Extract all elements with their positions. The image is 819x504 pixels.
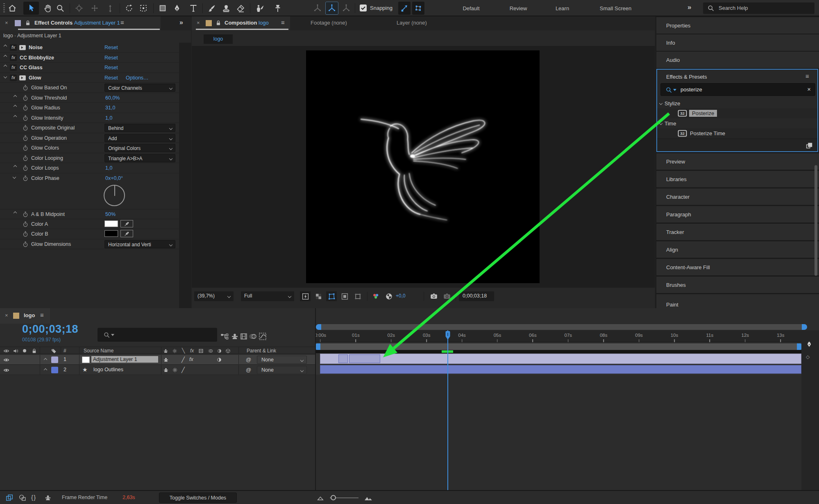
panel-brushes[interactable]: Brushes <box>656 277 819 293</box>
panel-paint[interactable]: Paint <box>656 294 819 308</box>
collapse-icon[interactable] <box>659 122 662 125</box>
work-area-end[interactable] <box>797 343 801 350</box>
timeline-search-box[interactable] <box>98 328 217 342</box>
new-panel-icon[interactable] <box>805 141 813 150</box>
stopwatch-icon[interactable] <box>23 241 28 247</box>
layer-bar-adjustment[interactable] <box>320 354 801 364</box>
show-snapshot-icon[interactable] <box>442 291 452 301</box>
stopwatch-icon[interactable] <box>23 231 28 237</box>
eraser-tool[interactable] <box>234 2 247 15</box>
zoom-slider-knob[interactable] <box>331 495 336 500</box>
snap-edges-button[interactable] <box>398 2 411 15</box>
transparency-grid-icon[interactable] <box>313 291 324 301</box>
panel-menu-icon[interactable]: ≡ <box>40 311 44 318</box>
stopwatch-icon[interactable] <box>23 165 28 171</box>
sketch-switch[interactable]: ╱ <box>181 356 185 363</box>
magnification-dropdown[interactable]: (39,7%) <box>194 291 234 301</box>
mask-visibility-icon[interactable] <box>326 291 337 301</box>
snapshot-icon[interactable] <box>429 291 439 301</box>
effects-presets-title[interactable]: Effects & Presets <box>666 74 707 80</box>
expressions-icon[interactable]: { } <box>31 494 36 501</box>
resolution-dropdown[interactable]: Full <box>241 291 294 301</box>
panel-libraries[interactable]: Libraries <box>656 171 819 187</box>
effects-group-stylize[interactable]: Stylize <box>657 98 817 108</box>
workspace-tab-review[interactable]: Review <box>502 0 535 16</box>
expand-icon[interactable] <box>4 54 7 58</box>
expand-icon[interactable] <box>4 65 7 68</box>
layer-name-selected[interactable]: Adjustment Layer 1 <box>91 356 158 363</box>
expand-icon[interactable] <box>14 105 17 108</box>
parent-dropdown[interactable]: None <box>257 366 307 374</box>
value[interactable]: 1,0 <box>105 115 112 121</box>
puppet-pin-tool[interactable] <box>271 2 284 15</box>
expand-icon[interactable] <box>14 115 17 118</box>
home-tool[interactable] <box>6 2 19 15</box>
color-b-swatch[interactable] <box>104 230 118 237</box>
effect-row-glow[interactable]: fx Glow Reset Options… <box>0 73 179 83</box>
hand-tool[interactable] <box>41 2 54 15</box>
panel-menu-icon[interactable]: ≡ <box>805 73 809 79</box>
camera-roi-tool[interactable] <box>137 2 150 15</box>
reset-link[interactable]: Reset <box>104 75 118 81</box>
navigator-end-handle[interactable] <box>802 324 807 330</box>
clone-stamp-tool[interactable] <box>220 2 233 15</box>
grid-guides-icon[interactable] <box>352 291 363 301</box>
effect-row-noise[interactable]: fx Noise Reset <box>0 43 179 53</box>
dolly-camera-tool[interactable] <box>104 2 117 15</box>
layer-label-color[interactable] <box>51 356 58 363</box>
time-ruler[interactable]: 0:00s 01s 02s 03s 04s 05s 06s 07s 08s 09… <box>316 330 801 342</box>
panel-menu-icon[interactable]: ≡ <box>120 19 124 26</box>
timeline-tab[interactable]: × logo ≡ <box>0 308 50 324</box>
panel-paragraph[interactable]: Paragraph <box>656 206 819 222</box>
effects-group-time[interactable]: Time <box>657 118 817 128</box>
close-icon[interactable]: × <box>197 20 200 26</box>
effects-search-box[interactable]: posterize × <box>660 83 815 96</box>
view-axis-mode[interactable] <box>340 2 353 15</box>
shy-status-icon[interactable] <box>43 493 53 503</box>
local-axis-mode[interactable] <box>311 2 324 15</box>
color-phase-dial[interactable] <box>104 185 125 206</box>
panel-overflow-icon[interactable]: » <box>179 19 183 26</box>
layer-row-2[interactable]: 2 ★ logo Outlines ╱ @ None <box>0 365 315 375</box>
parent-dropdown[interactable]: None <box>257 356 307 364</box>
snap-features-button[interactable] <box>412 2 424 15</box>
shy-switch[interactable] <box>163 367 169 373</box>
fx-icon[interactable]: fx <box>10 75 17 81</box>
expand-icon[interactable] <box>44 358 47 361</box>
stopwatch-icon[interactable] <box>23 125 28 131</box>
pen-tool[interactable] <box>170 2 184 15</box>
panel-align[interactable]: Align <box>656 241 819 258</box>
effect-item-posterize[interactable]: Posterize <box>657 108 817 118</box>
zoom-tool[interactable] <box>54 2 67 15</box>
reset-link[interactable]: Reset <box>104 55 118 61</box>
roto-brush-tool[interactable] <box>253 2 266 15</box>
effect-item-posterize-time[interactable]: Posterize Time <box>657 128 817 138</box>
track-gutter-icon[interactable]: ◇ <box>806 354 810 360</box>
orbit-camera-tool[interactable] <box>73 2 86 15</box>
graph-editor-icon[interactable] <box>256 330 269 343</box>
shy-switch[interactable] <box>163 357 169 363</box>
toggle-switches-button[interactable]: Toggle Switches / Modes <box>159 493 237 503</box>
eyedropper-button[interactable] <box>120 230 133 237</box>
world-axis-mode[interactable] <box>325 2 338 15</box>
type-tool[interactable] <box>187 2 200 15</box>
expand-icon[interactable] <box>14 211 17 215</box>
playhead-line[interactable] <box>447 330 448 490</box>
fast-previews-icon[interactable] <box>300 291 311 301</box>
brush-tool[interactable] <box>205 2 218 15</box>
expand-icon[interactable] <box>14 165 17 168</box>
stopwatch-icon[interactable] <box>23 155 28 161</box>
unlock-icon[interactable] <box>215 20 222 26</box>
navigator-start-handle[interactable] <box>316 324 321 330</box>
exposure-icon[interactable] <box>383 291 394 301</box>
value[interactable]: 60,0% <box>105 95 120 101</box>
channel-rgb-icon[interactable] <box>370 291 381 301</box>
timeline-current-time[interactable]: 0;00;03;18 <box>22 323 78 336</box>
render-frames-icon[interactable] <box>4 493 15 503</box>
expand-icon[interactable] <box>44 368 47 372</box>
composite-original-dropdown[interactable]: Behind <box>104 124 175 132</box>
comp-marker-bin-icon[interactable] <box>806 341 812 347</box>
parent-column-label[interactable]: Parent & Link <box>247 348 276 354</box>
panel-menu-icon[interactable]: ≡ <box>281 19 285 26</box>
value[interactable]: 31,0 <box>105 105 115 111</box>
